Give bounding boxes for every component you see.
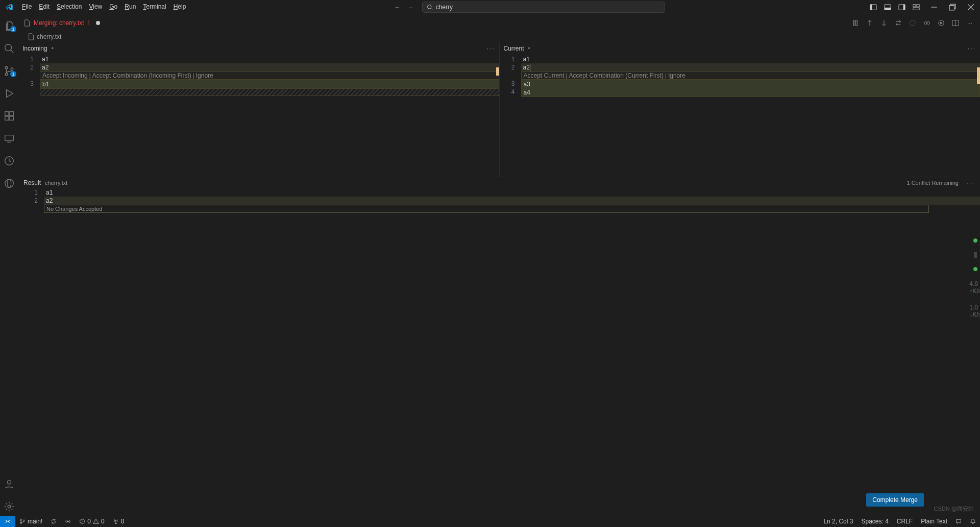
globe-icon [4,178,15,189]
status-problems[interactable]: 0 0 [75,518,108,525]
nav-fwd-icon[interactable]: → [408,4,414,11]
toggle-primary-sidebar-icon[interactable] [868,2,879,13]
code-line[interactable]: a3 [522,80,980,88]
customize-layout-icon[interactable] [911,2,922,13]
title-nav: ← → [389,4,419,11]
status-sync[interactable] [46,518,61,524]
editor-tabs: Merging: cherry.txt ! ··· [18,14,980,32]
window-restore-icon[interactable] [943,0,962,14]
accept-incoming-link[interactable]: Accept Incoming [42,71,88,80]
status-remote[interactable] [0,516,15,527]
swap-icon[interactable] [893,18,903,28]
menu-run[interactable]: Run [121,0,139,14]
extensions-icon [4,110,15,122]
activity-source-control[interactable]: 1 [0,62,18,80]
explorer-badge: 1 [10,26,16,32]
complete-merge-button[interactable]: Complete Merge [866,493,924,507]
status-spaces[interactable]: Spaces: 4 [857,518,892,525]
workbench: Merging: cherry.txt ! ··· cherry.txt [18,14,980,516]
code-line[interactable]: a4 [522,88,980,97]
menu-view[interactable]: View [85,0,106,14]
current-more-icon[interactable]: ··· [968,45,976,52]
window-close-icon[interactable] [962,0,980,14]
status-ln-col[interactable]: Ln 2, Col 3 [819,518,857,525]
accept-current-link[interactable]: Accept Current [524,71,565,80]
tab-dirty-indicator [96,21,100,25]
status-eol[interactable]: CRLF [893,518,917,525]
status-live[interactable] [61,518,75,524]
activity-timeline[interactable] [0,152,18,170]
status-ports[interactable]: 0 [109,518,129,525]
activity-accounts[interactable] [0,475,18,493]
activity-remote[interactable] [0,129,18,148]
git-branch-icon [19,518,26,524]
code-line[interactable]: a1 [40,55,499,63]
svg-point-38 [20,519,22,521]
status-bell[interactable] [966,518,980,524]
menu-go[interactable]: Go [106,0,121,14]
activity-settings[interactable] [0,497,18,516]
activity-ext-1[interactable] [0,174,18,193]
activity-extensions[interactable] [0,107,18,125]
split-editor-icon[interactable] [950,18,961,28]
menu-help[interactable]: Help [170,0,190,14]
result-more-icon[interactable]: ··· [967,179,975,186]
activity-run-debug[interactable] [0,84,18,103]
incoming-more-icon[interactable]: ··· [486,45,495,52]
accept-combo-incoming-link[interactable]: Accept Combination (Incoming First) [92,71,191,80]
title-layout-icons [865,2,925,13]
tab-merging-cherry[interactable]: Merging: cherry.txt ! [18,14,106,32]
code-line[interactable]: a1 [521,55,981,63]
current-codelens: Accept Current | Accept Combination (Cur… [521,71,981,80]
breadcrumb[interactable]: cherry.txt [18,32,980,42]
menu-terminal[interactable]: Terminal [139,0,169,14]
merge-run-icon[interactable] [936,18,946,28]
code-line[interactable]: a1 [44,188,980,197]
ignore-incoming-link[interactable]: Ignore [196,71,213,80]
incoming-code[interactable]: a1 a2 Accept Incoming | Accept Combinati… [40,55,499,177]
accept-combo-current-link[interactable]: Accept Combination (Current First) [569,71,664,80]
overlay-speed-1: 4.9↑K/s [969,280,980,295]
status-branch[interactable]: main! [15,518,46,525]
status-language[interactable]: Plain Text [917,518,951,525]
result-editor[interactable]: 1 2 a1 a2 No Changes Accepted Complete M… [18,188,980,516]
prev-change-icon[interactable] [865,18,875,28]
code-line[interactable]: a2 [44,197,980,205]
incoming-hatch-region [40,89,499,96]
code-line[interactable]: b1 [40,80,499,88]
window-minimize-icon[interactable] [925,0,943,14]
text-cursor [530,64,530,71]
svg-line-44 [81,520,84,523]
feedback-icon [955,518,962,524]
status-ports-count: 0 [121,518,125,525]
activity-explorer[interactable]: 1 [0,17,18,35]
more-actions-icon[interactable]: ··· [965,18,975,28]
menu-selection[interactable]: Selection [53,0,85,14]
current-code[interactable]: a1 a2 Accept Current | Accept Combinatio… [521,55,981,177]
activity-search[interactable] [0,39,18,58]
merge-action-2-icon[interactable] [922,18,932,28]
menu-edit[interactable]: Edit [35,0,53,14]
overlay-speed-2: 1.0↓K/s [969,304,980,318]
status-branch-label: main! [28,518,42,525]
code-line[interactable]: a2 [521,63,981,71]
current-editor[interactable]: 1 2 3 4 a1 a2 Accept Current | Accept Co… [500,55,981,177]
next-change-icon[interactable] [879,18,889,28]
ignore-current-link[interactable]: Ignore [668,71,685,80]
svg-rect-7 [903,4,905,10]
status-feedback[interactable] [951,518,966,524]
incoming-editor[interactable]: 1 2 3 a1 a2 Accept Incoming | Accept Com… [18,55,499,177]
nav-back-icon[interactable]: ← [395,4,401,11]
menu-file[interactable]: FFileile [18,0,35,14]
compare-icon[interactable] [850,18,861,28]
toggle-panel-icon[interactable] [882,2,893,13]
command-center-search[interactable]: cherry [422,2,665,13]
result-code[interactable]: a1 a2 No Changes Accepted [44,188,980,516]
code-line[interactable]: a2 [40,63,499,71]
line-number: 1 [18,188,38,197]
current-gutter: 1 2 3 4 [500,55,521,177]
overlay-bar [974,252,977,258]
merge-action-1-icon[interactable] [908,18,918,28]
toggle-secondary-sidebar-icon[interactable] [896,2,908,13]
svg-point-34 [927,21,929,24]
